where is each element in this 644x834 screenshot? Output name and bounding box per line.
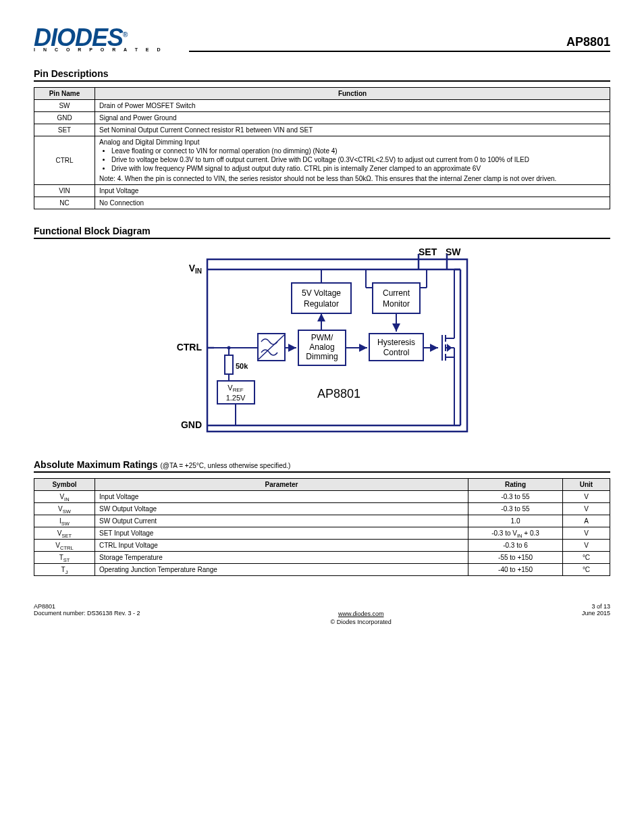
abs-max-table: Symbol Parameter Rating Unit VIN Input V…: [34, 478, 610, 576]
svg-text:AP8801: AP8801: [317, 387, 360, 400]
table-row: TST Storage Temperature -55 to +150 °C: [34, 552, 610, 564]
svg-text:Analog: Analog: [309, 342, 334, 352]
abs-param: SW Output Current: [95, 515, 468, 527]
table-row: VCTRL CTRL Input Voltage -0.3 to 6 V: [34, 540, 610, 552]
th-unit: Unit: [563, 479, 610, 491]
svg-text:CTRL: CTRL: [177, 342, 203, 353]
svg-text:Hysteresis: Hysteresis: [377, 338, 415, 347]
abs-unit: A: [563, 515, 610, 527]
note-text: 4. When the pin is connected to VIN, the…: [117, 175, 557, 182]
footer-copyright: © Diodes Incorporated: [140, 619, 582, 625]
abs-unit: V: [563, 503, 610, 515]
footer-page: 3 of 13: [582, 603, 610, 610]
abs-sym: VSET: [34, 527, 95, 540]
ctrl-bullet: Drive to voltage below 0.3V to turn off …: [111, 156, 606, 163]
table-row: NC No Connection: [34, 197, 610, 209]
abs-unit: V: [563, 540, 610, 552]
abs-unit: °C: [563, 564, 610, 576]
abs-sym: VSW: [34, 503, 95, 515]
pin-func: Drain of Power MOSFET Switch: [95, 100, 610, 112]
th-pin-func: Function: [95, 88, 610, 100]
footer-center: www.diodes.com © Diodes Incorporated: [140, 603, 582, 625]
abs-sym: TJ: [34, 564, 95, 576]
pin-name: VIN: [34, 185, 95, 197]
footer-docnum: Document number: DS36138 Rev. 3 - 2: [34, 610, 140, 617]
abs-unit: V: [563, 491, 610, 503]
svg-text:Current: Current: [383, 288, 410, 298]
svg-text:SW: SW: [446, 246, 461, 257]
table-row: VSW SW Output Voltage -0.3 to 55 V: [34, 503, 610, 515]
abs-rating: -55 to +150: [468, 552, 563, 564]
abs-rating: -0.3 to VIN + 0.3: [468, 527, 563, 540]
table-row: SW Drain of Power MOSFET Switch: [34, 100, 610, 112]
abs-param: SW Output Voltage: [95, 503, 468, 515]
th-symbol: Symbol: [34, 479, 95, 491]
page-footer: AP8801 Document number: DS36138 Rev. 3 -…: [34, 603, 610, 625]
abs-sym: TST: [34, 552, 95, 564]
section-title-block-diagram: Functional Block Diagram: [34, 226, 610, 239]
abs-unit: V: [563, 527, 610, 540]
pin-func: Input Voltage: [95, 185, 610, 197]
footer-partno: AP8801: [34, 603, 140, 610]
abs-rating: 1.0: [468, 515, 563, 527]
pin-func: Signal and Power Ground: [95, 112, 610, 124]
svg-text:50k: 50k: [236, 362, 248, 370]
pin-func: Analog and Digital Dimming Input Leave f…: [95, 136, 610, 185]
table-row: VSET SET Input Voltage -0.3 to VIN + 0.3…: [34, 527, 610, 540]
footer-right: 3 of 13 June 2015: [582, 603, 610, 625]
th-parameter: Parameter: [95, 479, 468, 491]
abs-param: Input Voltage: [95, 491, 468, 503]
block-diagram: VIN CTRL GND SET SW 5V Voltage Regulator…: [34, 246, 610, 443]
svg-text:Dimming: Dimming: [306, 352, 338, 361]
abs-sym: ISW: [34, 515, 95, 527]
svg-point-44: [227, 346, 231, 350]
logo: DIODES® I N C O R P O R A T E D: [34, 27, 182, 52]
pin-name: SW: [34, 100, 95, 112]
section-title-abs-max: Absolute Maximum Ratings (@TA = +25°C, u…: [34, 459, 610, 473]
logo-main-text: DIODES: [34, 24, 123, 51]
abs-param: CTRL Input Voltage: [95, 540, 468, 552]
table-row: GND Signal and Power Ground: [34, 112, 610, 124]
abs-sym: VIN: [34, 491, 95, 503]
svg-text:VIN: VIN: [189, 263, 202, 275]
abs-rating: -40 to +150: [468, 564, 563, 576]
table-row: TJ Operating Junction Temperature Range …: [34, 564, 610, 576]
svg-text:GND: GND: [181, 419, 202, 430]
svg-text:5V Voltage: 5V Voltage: [302, 288, 341, 298]
abs-sym: VCTRL: [34, 540, 95, 552]
table-row: VIN Input Voltage -0.3 to 55 V: [34, 491, 610, 503]
abs-rating: -0.3 to 6: [468, 540, 563, 552]
footer-url[interactable]: www.diodes.com: [338, 610, 384, 617]
svg-rect-41: [225, 355, 233, 374]
table-row: VIN Input Voltage: [34, 185, 610, 197]
svg-text:Control: Control: [383, 348, 410, 357]
table-row: SET Set Nominal Output Current Connect r…: [34, 124, 610, 136]
section-title-pin-desc: Pin Descriptions: [34, 68, 610, 82]
abs-param: Operating Junction Temperature Range: [95, 564, 468, 576]
footer-date: June 2015: [582, 610, 610, 617]
svg-text:1.25V: 1.25V: [226, 394, 246, 402]
svg-text:Monitor: Monitor: [383, 299, 410, 309]
abs-unit: °C: [563, 552, 610, 564]
pin-name: CTRL: [34, 136, 95, 185]
svg-text:Regulator: Regulator: [304, 299, 339, 309]
abs-param: Storage Temperature: [95, 552, 468, 564]
th-rating: Rating: [468, 479, 563, 491]
note-label: Note:: [99, 175, 115, 182]
footer-left: AP8801 Document number: DS36138 Rev. 3 -…: [34, 603, 140, 625]
svg-rect-13: [292, 283, 351, 313]
pin-name: GND: [34, 112, 95, 124]
svg-text:PWM/: PWM/: [311, 333, 333, 342]
table-row: ISW SW Output Current 1.0 A: [34, 515, 610, 527]
pin-description-table: Pin Name Function SW Drain of Power MOSF…: [34, 87, 610, 209]
pin-name: SET: [34, 124, 95, 136]
svg-rect-18: [373, 283, 420, 313]
abs-subtitle: (@TA = +25°C, unless otherwise specified…: [160, 462, 290, 469]
ctrl-bullet: Drive with low frequency PWM signal to a…: [111, 165, 606, 172]
th-pin-name: Pin Name: [34, 88, 95, 100]
page-header: DIODES® I N C O R P O R A T E D AP8801: [34, 27, 610, 52]
abs-rating: -0.3 to 55: [468, 503, 563, 515]
pin-name: NC: [34, 197, 95, 209]
pin-func: Set Nominal Output Current Connect resis…: [95, 124, 610, 136]
ctrl-bullet: Leave floating or connect to VIN for nor…: [111, 147, 606, 155]
